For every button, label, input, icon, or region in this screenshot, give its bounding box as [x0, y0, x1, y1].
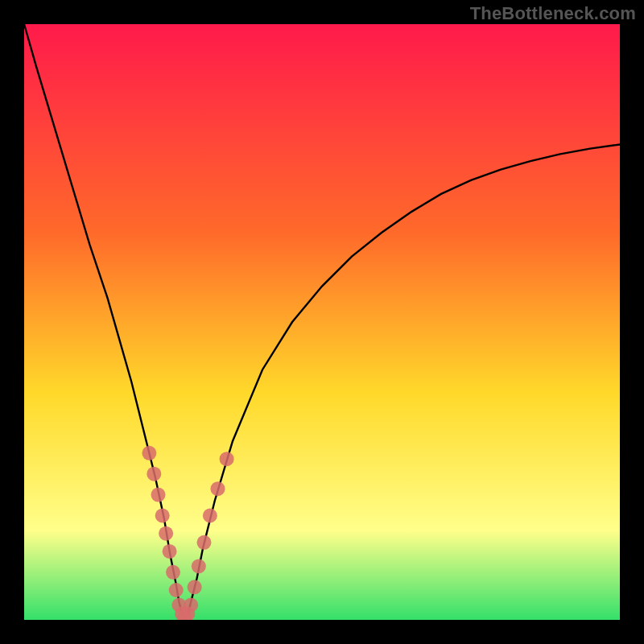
curve-marker [159, 526, 173, 541]
curve-marker [220, 452, 234, 466]
curve-marker [184, 598, 198, 613]
curve-marker [151, 488, 166, 502]
plot-area [24, 24, 620, 620]
curve-marker [142, 446, 156, 460]
curve-marker [196, 535, 211, 550]
watermark-label: TheBottleneck.com [470, 3, 636, 24]
curve-marker [169, 583, 184, 597]
chart-frame: TheBottleneck.com [0, 0, 644, 644]
curve-marker [163, 544, 177, 559]
curve-marker [203, 509, 217, 523]
curve-marker [192, 559, 206, 573]
curve-marker [155, 509, 170, 523]
bottleneck-chart [24, 24, 620, 620]
curve-marker [166, 565, 180, 580]
curve-marker [188, 580, 202, 594]
curve-marker [147, 467, 161, 481]
curve-marker [211, 481, 225, 496]
